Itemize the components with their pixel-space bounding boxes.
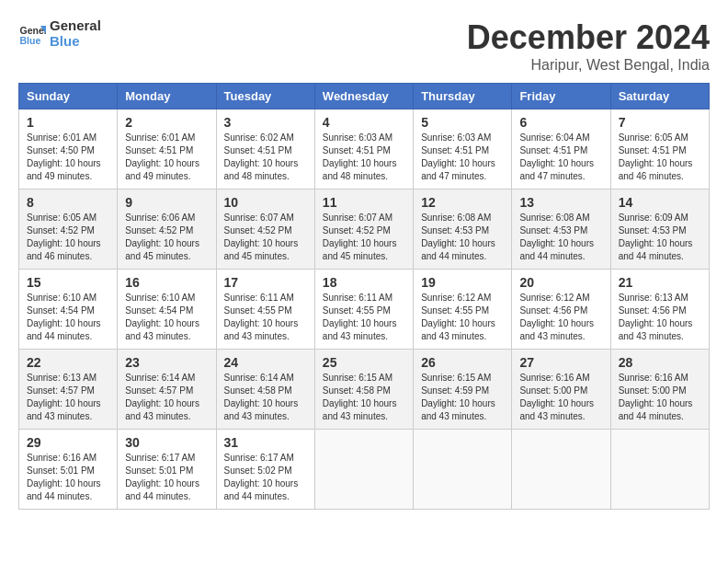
- calendar-cell: 8 Sunrise: 6:05 AM Sunset: 4:52 PM Dayli…: [19, 190, 118, 270]
- calendar-cell: 7 Sunrise: 6:05 AM Sunset: 4:51 PM Dayli…: [610, 109, 709, 190]
- logo-line2: Blue: [50, 34, 101, 50]
- calendar-cell: 30 Sunrise: 6:17 AM Sunset: 5:01 PM Dayl…: [118, 430, 216, 510]
- day-number: 10: [224, 195, 307, 210]
- calendar-cell: 4 Sunrise: 6:03 AM Sunset: 4:51 PM Dayli…: [314, 109, 413, 190]
- day-info: Sunrise: 6:17 AM Sunset: 5:01 PM Dayligh…: [125, 452, 208, 503]
- calendar-cell: 25 Sunrise: 6:15 AM Sunset: 4:58 PM Dayl…: [314, 350, 413, 430]
- calendar-cell: 14 Sunrise: 6:09 AM Sunset: 4:53 PM Dayl…: [610, 190, 709, 270]
- calendar-week-2: 8 Sunrise: 6:05 AM Sunset: 4:52 PM Dayli…: [19, 190, 710, 270]
- day-info: Sunrise: 6:06 AM Sunset: 4:52 PM Dayligh…: [125, 212, 208, 263]
- calendar-cell: [314, 430, 413, 510]
- day-info: Sunrise: 6:09 AM Sunset: 4:53 PM Dayligh…: [619, 212, 701, 263]
- day-info: Sunrise: 6:04 AM Sunset: 4:51 PM Dayligh…: [519, 132, 602, 183]
- day-number: 3: [224, 115, 307, 130]
- header-wednesday: Wednesday: [314, 84, 413, 109]
- calendar-cell: 16 Sunrise: 6:10 AM Sunset: 4:54 PM Dayl…: [118, 270, 216, 350]
- day-number: 30: [125, 435, 208, 450]
- day-number: 7: [619, 115, 701, 130]
- calendar-cell: [512, 430, 610, 510]
- day-number: 15: [27, 275, 109, 290]
- calendar-cell: 3 Sunrise: 6:02 AM Sunset: 4:51 PM Dayli…: [216, 109, 314, 190]
- calendar-cell: 11 Sunrise: 6:07 AM Sunset: 4:52 PM Dayl…: [314, 190, 413, 270]
- day-number: 28: [619, 355, 701, 370]
- calendar-cell: 13 Sunrise: 6:08 AM Sunset: 4:53 PM Dayl…: [512, 190, 610, 270]
- day-info: Sunrise: 6:15 AM Sunset: 4:58 PM Dayligh…: [323, 372, 405, 423]
- calendar-cell: 21 Sunrise: 6:13 AM Sunset: 4:56 PM Dayl…: [610, 270, 709, 350]
- day-info: Sunrise: 6:14 AM Sunset: 4:58 PM Dayligh…: [224, 372, 307, 423]
- day-number: 17: [224, 275, 307, 290]
- day-info: Sunrise: 6:13 AM Sunset: 4:56 PM Dayligh…: [619, 292, 701, 343]
- day-number: 18: [323, 275, 405, 290]
- day-number: 1: [27, 115, 109, 130]
- day-number: 2: [125, 115, 208, 130]
- day-number: 27: [519, 355, 602, 370]
- day-number: 6: [519, 115, 602, 130]
- day-info: Sunrise: 6:10 AM Sunset: 4:54 PM Dayligh…: [125, 292, 208, 343]
- calendar-cell: 9 Sunrise: 6:06 AM Sunset: 4:52 PM Dayli…: [118, 190, 216, 270]
- calendar-cell: 10 Sunrise: 6:07 AM Sunset: 4:52 PM Dayl…: [216, 190, 314, 270]
- calendar-title: December 2024: [467, 18, 710, 57]
- calendar-cell: 29 Sunrise: 6:16 AM Sunset: 5:01 PM Dayl…: [19, 430, 118, 510]
- calendar-cell: 27 Sunrise: 6:16 AM Sunset: 5:00 PM Dayl…: [512, 350, 610, 430]
- calendar-cell: 2 Sunrise: 6:01 AM Sunset: 4:51 PM Dayli…: [118, 109, 216, 190]
- day-number: 21: [619, 275, 701, 290]
- calendar-cell: 28 Sunrise: 6:16 AM Sunset: 5:00 PM Dayl…: [610, 350, 709, 430]
- calendar-header-row: SundayMondayTuesdayWednesdayThursdayFrid…: [19, 84, 710, 109]
- day-number: 8: [27, 195, 109, 210]
- calendar-week-1: 1 Sunrise: 6:01 AM Sunset: 4:50 PM Dayli…: [19, 109, 710, 190]
- logo-icon: General Blue: [18, 20, 46, 48]
- calendar-cell: 15 Sunrise: 6:10 AM Sunset: 4:54 PM Dayl…: [19, 270, 118, 350]
- day-info: Sunrise: 6:01 AM Sunset: 4:50 PM Dayligh…: [27, 132, 109, 183]
- calendar-week-3: 15 Sunrise: 6:10 AM Sunset: 4:54 PM Dayl…: [19, 270, 710, 350]
- day-number: 24: [224, 355, 307, 370]
- day-info: Sunrise: 6:15 AM Sunset: 4:59 PM Dayligh…: [421, 372, 504, 423]
- day-info: Sunrise: 6:16 AM Sunset: 5:00 PM Dayligh…: [619, 372, 701, 423]
- calendar-cell: 22 Sunrise: 6:13 AM Sunset: 4:57 PM Dayl…: [19, 350, 118, 430]
- calendar-table: SundayMondayTuesdayWednesdayThursdayFrid…: [18, 83, 710, 510]
- calendar-cell: 23 Sunrise: 6:14 AM Sunset: 4:57 PM Dayl…: [118, 350, 216, 430]
- svg-text:Blue: Blue: [20, 34, 41, 45]
- calendar-cell: 18 Sunrise: 6:11 AM Sunset: 4:55 PM Dayl…: [314, 270, 413, 350]
- calendar-cell: 12 Sunrise: 6:08 AM Sunset: 4:53 PM Dayl…: [414, 190, 512, 270]
- day-info: Sunrise: 6:10 AM Sunset: 4:54 PM Dayligh…: [27, 292, 109, 343]
- day-number: 29: [27, 435, 109, 450]
- day-number: 20: [519, 275, 602, 290]
- logo-line1: General: [50, 18, 101, 34]
- day-info: Sunrise: 6:13 AM Sunset: 4:57 PM Dayligh…: [27, 372, 109, 423]
- day-info: Sunrise: 6:16 AM Sunset: 5:00 PM Dayligh…: [519, 372, 602, 423]
- title-area: December 2024 Haripur, West Bengal, Indi…: [467, 18, 710, 74]
- header-monday: Monday: [118, 84, 216, 109]
- calendar-cell: 19 Sunrise: 6:12 AM Sunset: 4:55 PM Dayl…: [414, 270, 512, 350]
- calendar-subtitle: Haripur, West Bengal, India: [467, 57, 710, 74]
- day-info: Sunrise: 6:11 AM Sunset: 4:55 PM Dayligh…: [224, 292, 307, 343]
- day-number: 22: [27, 355, 109, 370]
- day-info: Sunrise: 6:07 AM Sunset: 4:52 PM Dayligh…: [323, 212, 405, 263]
- calendar-cell: 17 Sunrise: 6:11 AM Sunset: 4:55 PM Dayl…: [216, 270, 314, 350]
- calendar-week-4: 22 Sunrise: 6:13 AM Sunset: 4:57 PM Dayl…: [19, 350, 710, 430]
- header-tuesday: Tuesday: [216, 84, 314, 109]
- day-info: Sunrise: 6:11 AM Sunset: 4:55 PM Dayligh…: [323, 292, 405, 343]
- day-info: Sunrise: 6:07 AM Sunset: 4:52 PM Dayligh…: [224, 212, 307, 263]
- day-number: 26: [421, 355, 504, 370]
- day-info: Sunrise: 6:17 AM Sunset: 5:02 PM Dayligh…: [224, 452, 307, 503]
- day-number: 23: [125, 355, 208, 370]
- day-number: 12: [421, 195, 504, 210]
- day-info: Sunrise: 6:03 AM Sunset: 4:51 PM Dayligh…: [421, 132, 504, 183]
- calendar-cell: 1 Sunrise: 6:01 AM Sunset: 4:50 PM Dayli…: [19, 109, 118, 190]
- day-info: Sunrise: 6:08 AM Sunset: 4:53 PM Dayligh…: [519, 212, 602, 263]
- header-thursday: Thursday: [414, 84, 512, 109]
- day-number: 25: [323, 355, 405, 370]
- day-info: Sunrise: 6:12 AM Sunset: 4:56 PM Dayligh…: [519, 292, 602, 343]
- calendar-cell: [414, 430, 512, 510]
- calendar-cell: 20 Sunrise: 6:12 AM Sunset: 4:56 PM Dayl…: [512, 270, 610, 350]
- calendar-cell: 5 Sunrise: 6:03 AM Sunset: 4:51 PM Dayli…: [414, 109, 512, 190]
- calendar-cell: 26 Sunrise: 6:15 AM Sunset: 4:59 PM Dayl…: [414, 350, 512, 430]
- calendar-week-5: 29 Sunrise: 6:16 AM Sunset: 5:01 PM Dayl…: [19, 430, 710, 510]
- day-info: Sunrise: 6:14 AM Sunset: 4:57 PM Dayligh…: [125, 372, 208, 423]
- header-sunday: Sunday: [19, 84, 118, 109]
- day-info: Sunrise: 6:16 AM Sunset: 5:01 PM Dayligh…: [27, 452, 109, 503]
- calendar-cell: 24 Sunrise: 6:14 AM Sunset: 4:58 PM Dayl…: [216, 350, 314, 430]
- day-info: Sunrise: 6:05 AM Sunset: 4:52 PM Dayligh…: [27, 212, 109, 263]
- header-friday: Friday: [512, 84, 610, 109]
- calendar-cell: [610, 430, 709, 510]
